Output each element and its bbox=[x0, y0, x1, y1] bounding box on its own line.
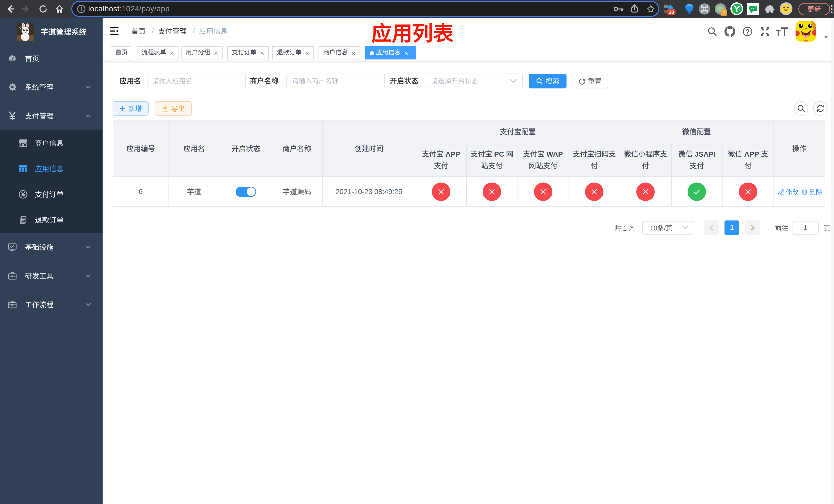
svg-text:/: / bbox=[664, 225, 666, 231]
svg-text:PC: PC bbox=[494, 150, 504, 157]
svg-text:APP: APP bbox=[445, 150, 460, 157]
svg-text:10: 10 bbox=[650, 225, 657, 231]
svg-text:APP: APP bbox=[744, 150, 759, 157]
svg-text:WAP: WAP bbox=[547, 150, 563, 157]
svg-text:JSAPI: JSAPI bbox=[695, 150, 715, 157]
svg-text:1: 1 bbox=[623, 225, 627, 231]
